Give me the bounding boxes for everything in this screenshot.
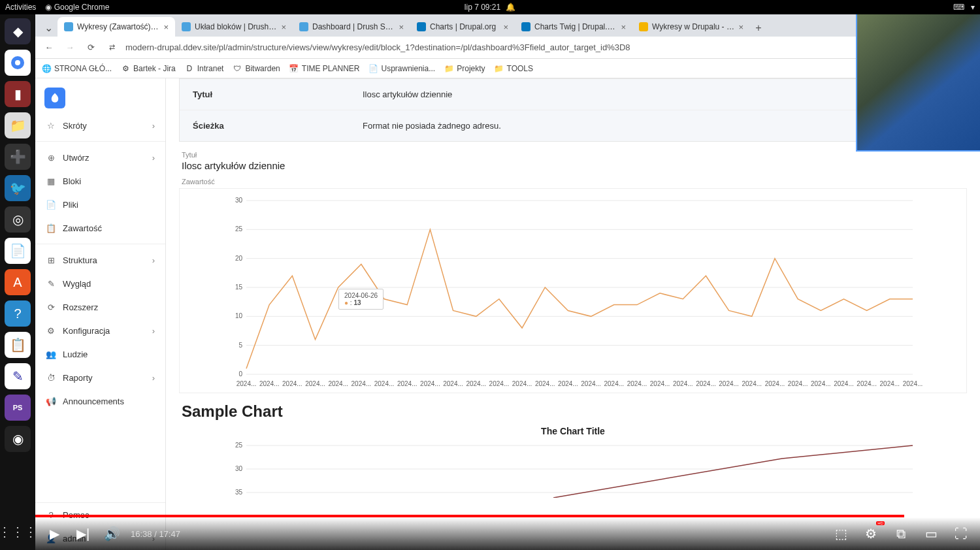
sidebar-item-ludzie[interactable]: 👥Ludzie [35,342,165,366]
address-bar[interactable]: modern-drupal.ddev.site/pl/admin/structu… [125,42,890,52]
dock-icon-app3[interactable]: 📋 [5,332,31,358]
input-icon[interactable]: ⌨ [953,3,964,12]
dock-icon-files[interactable]: 📁 [5,112,31,138]
dock-icon-rhythmbox[interactable]: ◎ [5,206,31,233]
tab-title: Charts | Drupal.org [430,22,499,31]
svg-text:2024...: 2024... [742,380,762,387]
drupal-logo[interactable] [44,88,65,108]
sidebar-item-label: Skróty [63,121,87,131]
yt-controls: ▶ ▶| 🔊 16:38 / 17:47 ⬚ ⚙HD ⧉ ▭ ⛶ [35,517,980,550]
bookmark-item[interactable]: 📁Projekty [444,64,485,73]
browser-tab[interactable]: Dashboard | Drush Site-× [293,17,410,37]
chart-tooltip: 2024-06-26 ● : 13 [338,289,384,310]
line-chart[interactable]: 0510152025302024...2024...2024...2024...… [186,194,960,390]
svg-text:2024...: 2024... [397,380,417,387]
tab-close-icon[interactable]: × [621,22,626,32]
sidebar-item-label: Utwórz [63,153,89,163]
browser-tab[interactable]: Układ bloków | Drush Sit× [175,17,293,37]
sidebar-item-rozszerz[interactable]: ⟳Rozszerz [35,295,165,319]
sidebar-item-wygląd[interactable]: ✎Wygląd [35,272,165,295]
sidebar-item-struktura[interactable]: ⊞Struktura› [35,248,165,272]
tab-close-icon[interactable]: × [399,22,404,32]
svg-text:2024...: 2024... [558,380,578,387]
chevron-right-icon: › [152,326,155,336]
sidebar-item-skróty[interactable]: ☆Skróty› [35,114,165,137]
svg-text:2024...: 2024... [420,380,440,387]
browser-tab[interactable]: Charts | Drupal.org× [410,17,515,37]
bookmark-item[interactable]: DIntranet [185,64,224,73]
reload-button[interactable]: ⟳ [84,40,98,55]
sidebar-item-announcements[interactable]: 📢Announcements [35,389,165,413]
dock-icon-app2[interactable]: A [5,269,31,295]
sidebar-icon: 📄 [46,199,56,210]
dock-icon-terminal[interactable]: ▮ [5,81,31,107]
svg-text:2024...: 2024... [627,380,647,387]
yt-subtitles-button[interactable]: ⬚ [831,524,851,543]
sidebar-item-zawartość[interactable]: 📋Zawartość [35,216,165,240]
sidebar-item-pliki[interactable]: 📄Pliki [35,193,165,216]
yt-settings-button[interactable]: ⚙HD [861,524,881,543]
sidebar-icon: ⟳ [46,302,56,312]
notification-icon[interactable]: 🔔 [506,3,515,12]
forward-button[interactable]: → [63,40,77,55]
svg-text:2024...: 2024... [673,380,693,387]
svg-text:2024...: 2024... [650,380,670,387]
bookmark-item[interactable]: ⚙Bartek - Jira [121,64,176,73]
bookmark-item[interactable]: 📅TIME PLANNER [289,64,360,73]
system-menu[interactable]: ▾ [971,3,975,12]
bookmark-item[interactable]: 🛡Bitwarden [233,64,280,73]
bookmark-item[interactable]: 📄Usprawnienia... [368,64,435,73]
dock-icon-obs[interactable]: ◉ [5,426,31,452]
svg-text:30: 30 [235,197,243,204]
bookmark-icon: D [185,64,194,73]
bookmark-item[interactable]: 📁TOOLS [495,64,533,73]
bookmark-label: STRONA GŁÓ... [54,64,112,73]
svg-text:2024...: 2024... [351,380,372,387]
sidebar-item-label: Raporty [63,373,93,383]
yt-play-button[interactable]: ▶ [44,524,64,543]
browser-tab[interactable]: Wykresy (Zawartość) | D× [57,17,175,37]
site-info-icon[interactable]: ⇄ [105,40,119,55]
yt-theater-button[interactable]: ▭ [921,524,941,543]
dock-icon-help[interactable]: ? [5,300,31,327]
yt-next-button[interactable]: ▶| [73,524,93,543]
dock-icon-libreoffice[interactable]: 📄 [5,238,31,264]
dock-icon-thunderbird[interactable]: 🐦 [5,175,31,201]
sidebar-item-bloki[interactable]: ▦Bloki [35,169,165,193]
yt-volume-button[interactable]: 🔊 [102,524,122,543]
tab-close-icon[interactable]: × [503,22,508,32]
tab-favicon [639,22,648,31]
svg-text:2024...: 2024... [512,380,532,387]
sidebar-item-raporty[interactable]: ⏱Raporty› [35,366,165,389]
yt-miniplayer-button[interactable]: ⧉ [891,524,911,543]
dock-icon-chrome[interactable] [5,50,31,76]
tab-search-button[interactable]: ⌄ [39,18,57,37]
new-tab-button[interactable]: + [750,20,767,37]
activities-button[interactable]: Activities [5,3,36,12]
sidebar-item-utwórz[interactable]: ⊕Utwórz› [35,146,165,169]
svg-text:2024...: 2024... [305,380,325,387]
tab-title: Charts Twig | Drupal.org [534,22,617,31]
tab-close-icon[interactable]: × [281,22,286,32]
tab-close-icon[interactable]: × [163,22,169,32]
bookmark-item[interactable]: 🌐STRONA GŁÓ... [42,64,112,73]
yt-fullscreen-button[interactable]: ⛶ [951,524,971,543]
tab-close-icon[interactable]: × [738,22,743,32]
svg-text:2024...: 2024... [765,380,785,387]
browser-tab[interactable]: Charts Twig | Drupal.org× [515,17,632,37]
browser-tab[interactable]: Wykresy w Drupalu - Pre× [632,17,750,37]
dock-icon-obsidian[interactable]: ◆ [5,18,31,44]
sidebar-icon: ⊕ [46,152,56,163]
sidebar-item-konfiguracja[interactable]: ⚙Konfiguracja› [35,319,165,342]
sub-chart[interactable]: 253035 [182,439,964,498]
back-button[interactable]: ← [42,40,56,55]
dock-show-apps[interactable]: ⋮⋮⋮ [5,519,31,545]
app-menu[interactable]: ◉ Google Chrome [45,3,109,12]
sidebar-icon: 👥 [46,349,56,359]
clock[interactable]: lip 7 09:21 [465,3,500,12]
dock-icon-phpstorm[interactable]: PS [5,395,31,421]
sidebar-item-label: Rozszerz [63,302,98,312]
dock-icon-gedit[interactable]: ✎ [5,363,31,389]
svg-text:2024...: 2024... [328,380,348,387]
dock-icon-app1[interactable]: ➕ [5,144,31,170]
